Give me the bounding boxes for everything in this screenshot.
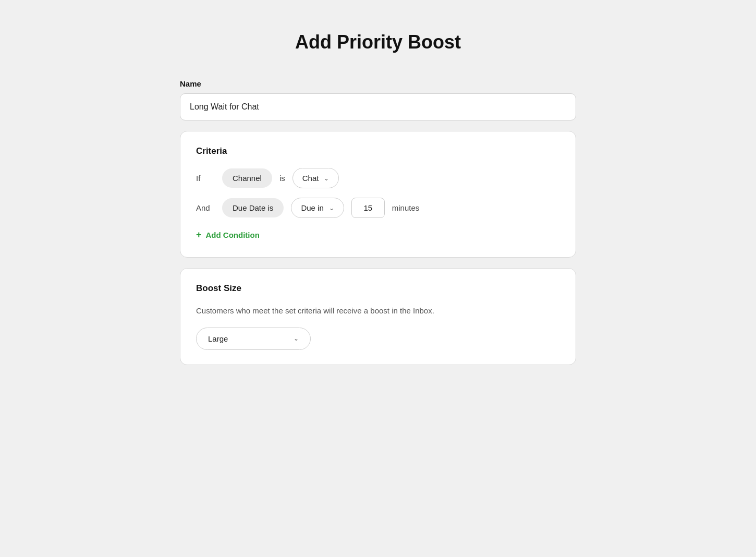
- minutes-input[interactable]: [351, 198, 385, 218]
- boost-size-value: Large: [208, 334, 228, 343]
- name-input[interactable]: [180, 93, 576, 120]
- criteria-row-2: And Due Date is Due in ⌄ minutes: [196, 198, 560, 218]
- due-date-pill: Due Date is: [222, 198, 284, 217]
- due-in-label: Due in: [301, 203, 323, 212]
- criteria-row-1: If Channel is Chat ⌄: [196, 168, 560, 188]
- form-container: Name Criteria If Channel is Chat ⌄ And D…: [180, 79, 576, 376]
- channel-value-dropdown[interactable]: Chat ⌄: [292, 168, 339, 188]
- channel-pill: Channel: [222, 168, 272, 188]
- boost-description: Customers who meet the set criteria will…: [196, 305, 560, 317]
- channel-value-label: Chat: [302, 174, 319, 183]
- add-condition-button[interactable]: + Add Condition: [196, 227, 260, 243]
- add-condition-label: Add Condition: [206, 231, 260, 239]
- criteria-card: Criteria If Channel is Chat ⌄ And Due Da…: [180, 131, 576, 258]
- due-in-chevron-icon: ⌄: [329, 204, 334, 212]
- name-label: Name: [180, 79, 576, 88]
- page-title: Add Priority Boost: [295, 31, 461, 53]
- boost-size-dropdown[interactable]: Large ⌄: [196, 328, 311, 350]
- boost-size-chevron-icon: ⌄: [294, 335, 299, 342]
- boost-size-card: Boost Size Customers who meet the set cr…: [180, 268, 576, 365]
- minutes-label: minutes: [392, 203, 420, 212]
- criteria-title: Criteria: [196, 146, 560, 156]
- channel-chevron-icon: ⌄: [324, 175, 329, 182]
- boost-size-title: Boost Size: [196, 283, 560, 294]
- if-prefix: If: [196, 174, 215, 183]
- due-in-dropdown[interactable]: Due in ⌄: [291, 198, 344, 218]
- plus-icon: +: [196, 229, 202, 240]
- is-connector: is: [279, 174, 285, 183]
- and-prefix: And: [196, 203, 215, 212]
